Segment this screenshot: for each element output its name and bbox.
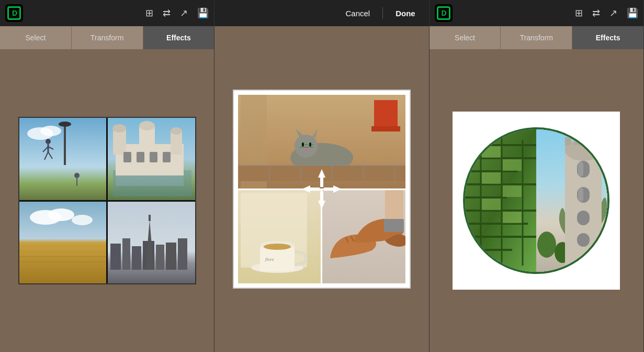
svg-rect-22 (123, 152, 131, 162)
tab-select-right[interactable]: Select (430, 26, 501, 49)
svg-rect-104 (503, 159, 522, 171)
svg-rect-46 (149, 215, 151, 221)
tab-transform-left[interactable]: Transform (72, 26, 143, 49)
svg-rect-36 (110, 244, 121, 270)
svg-rect-40 (156, 245, 164, 270)
tab-transform-right[interactable]: Transform (501, 26, 572, 49)
svg-rect-105 (482, 172, 501, 184)
svg-rect-81 (384, 219, 404, 232)
shoes-svg (322, 190, 405, 284)
collage-cell-topleft[interactable] (19, 118, 107, 200)
sky-svg (19, 118, 107, 200)
svg-text:flore: flore (265, 257, 274, 262)
garden-side (465, 129, 536, 272)
svg-point-2 (40, 126, 61, 136)
garden-svg (465, 129, 536, 272)
svg-rect-118 (592, 137, 598, 145)
content-center: flore (214, 26, 428, 352)
svg-rect-41 (166, 243, 176, 270)
svg-point-19 (171, 127, 182, 135)
svg-rect-116 (574, 137, 580, 145)
panel-right: D ⊞ ⇄ ↗ 💾 Select Transform Effects (430, 0, 644, 352)
svg-point-4 (59, 122, 71, 127)
svg-rect-117 (583, 137, 589, 145)
svg-point-11 (74, 173, 80, 178)
save-icon-right[interactable]: 💾 (627, 7, 638, 19)
app-icon-right[interactable]: D (435, 4, 453, 22)
svg-point-60 (309, 142, 311, 147)
collage-cell-topright[interactable] (108, 118, 195, 200)
svg-point-34 (72, 215, 93, 225)
share-icon[interactable]: ↗ (180, 7, 188, 19)
app-icon-letter-right: D (442, 9, 447, 17)
share-icon-right[interactable]: ↗ (609, 7, 617, 19)
grid-icon-right[interactable]: ⊞ (575, 7, 583, 19)
svg-rect-103 (482, 146, 501, 158)
topbar-icons-right: ⊞ ⇄ ↗ 💾 (575, 7, 638, 19)
svg-rect-121 (577, 211, 590, 225)
edit-cell-coffee[interactable]: flore (238, 190, 321, 284)
svg-rect-24 (150, 152, 157, 162)
svg-rect-122 (577, 233, 590, 247)
svg-point-52 (295, 135, 318, 158)
save-icon[interactable]: 💾 (197, 7, 209, 19)
cat-svg (238, 95, 405, 189)
app-icon-letter: D (12, 9, 17, 17)
svg-rect-42 (178, 238, 187, 270)
svg-rect-3 (64, 123, 66, 165)
content-left (0, 49, 214, 352)
grid-icon[interactable]: ⊞ (145, 7, 153, 19)
collage-cell-bottomleft[interactable] (19, 202, 107, 284)
topbar-right: D ⊞ ⇄ ↗ 💾 (430, 0, 643, 26)
done-button[interactable]: Done (389, 6, 422, 21)
bar-divider (382, 7, 383, 19)
castle-tower-svg (536, 129, 607, 272)
svg-rect-26 (116, 175, 184, 186)
svg-rect-115 (565, 137, 571, 145)
svg-rect-38 (132, 246, 141, 270)
tab-select-left[interactable]: Select (0, 26, 72, 49)
topbar-left: D ⊞ ⇄ ↗ 💾 (0, 0, 214, 26)
edit-grid: flore (233, 90, 411, 289)
svg-point-110 (537, 232, 556, 258)
cancel-button[interactable]: Cancel (339, 6, 376, 21)
svg-point-59 (302, 142, 304, 147)
svg-rect-106 (503, 185, 522, 197)
svg-point-21 (139, 121, 155, 130)
tab-effects-left[interactable]: Effects (143, 26, 214, 49)
nav-tabs-right: Select Transform Effects (430, 26, 643, 49)
paris-svg (108, 202, 195, 284)
svg-rect-108 (503, 212, 522, 223)
svg-rect-49 (374, 100, 398, 129)
app-icon-inner-right: D (437, 6, 450, 20)
svg-point-74 (264, 244, 291, 250)
circle-crop (463, 127, 609, 274)
panel-center: Cancel Done (214, 0, 429, 352)
svg-rect-23 (137, 152, 144, 162)
edit-cell-cat[interactable] (238, 95, 405, 189)
circle-content (453, 112, 620, 290)
collage-cell-bottomright[interactable] (108, 202, 195, 284)
svg-point-17 (112, 124, 126, 133)
svg-rect-107 (482, 199, 501, 210)
svg-rect-124 (578, 188, 583, 202)
edit-cell-shoes[interactable] (322, 190, 405, 284)
swap-icon[interactable]: ⇄ (163, 7, 171, 19)
svg-point-33 (48, 208, 74, 221)
swap-icon-right[interactable]: ⇄ (592, 7, 600, 19)
app-icon-left[interactable]: D (5, 4, 23, 22)
tab-effects-right[interactable]: Effects (572, 26, 643, 49)
svg-rect-123 (578, 162, 583, 177)
coffee-svg: flore (238, 190, 321, 284)
cancel-done-bar: Cancel Done (214, 0, 428, 26)
svg-rect-80 (385, 190, 403, 222)
svg-point-5 (46, 139, 51, 144)
field-svg (19, 202, 107, 284)
svg-rect-37 (122, 238, 130, 270)
panel-left: D ⊞ ⇄ ↗ 💾 Select Transform Effects (0, 0, 214, 352)
svg-rect-25 (163, 152, 171, 162)
content-right (430, 49, 643, 352)
svg-rect-50 (371, 126, 400, 131)
nav-tabs-left: Select Transform Effects (0, 26, 214, 49)
collage-grid (18, 117, 196, 284)
